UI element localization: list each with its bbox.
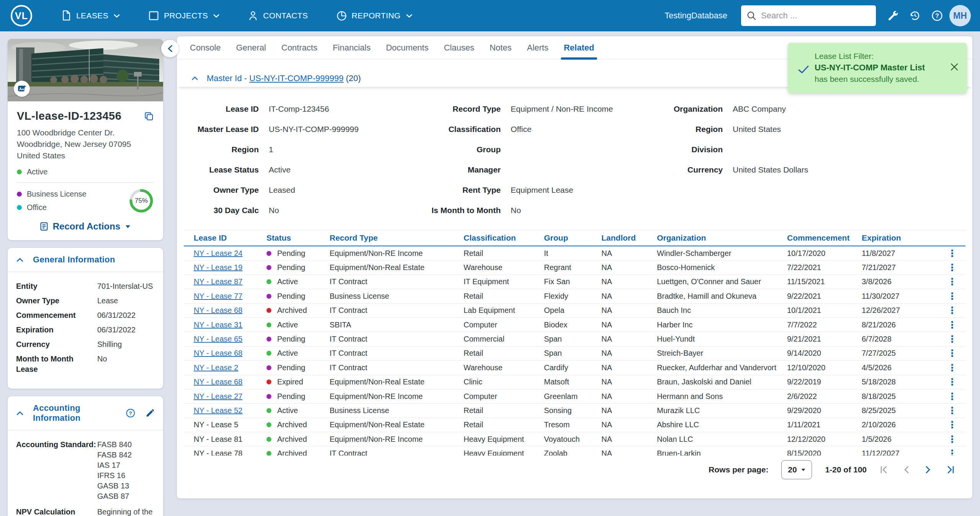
- collapse-chevron-icon[interactable]: [16, 411, 24, 416]
- col-group[interactable]: Group: [544, 233, 601, 243]
- lease-address: 100 Woodbridge Center Dr. Woodbridge, Ne…: [8, 122, 163, 161]
- classification-cell: Retail: [464, 406, 544, 415]
- nav-leases[interactable]: LEASES: [61, 10, 120, 21]
- help-icon[interactable]: ?: [931, 10, 943, 22]
- vl-logo-text: VL: [15, 10, 28, 21]
- commencement-cell: 7/7/2022: [787, 321, 862, 329]
- table-row: NY - Lease 24 Pending Equipment/Non-RE I…: [184, 246, 965, 260]
- row-menu-kebab-icon[interactable]: ⋮: [933, 435, 965, 444]
- col-record-type[interactable]: Record Type: [330, 233, 464, 243]
- lease-id-link[interactable]: NY - Lease 2: [194, 363, 238, 372]
- last-page-button[interactable]: [946, 465, 955, 474]
- general-information-card: General Information Entity701-Interslat-…: [8, 248, 163, 389]
- tab-financials[interactable]: Financials: [333, 36, 371, 59]
- col-classification[interactable]: Classification: [464, 233, 544, 243]
- row-menu-kebab-icon[interactable]: ⋮: [933, 348, 965, 358]
- lease-id-link[interactable]: NY - Lease 77: [194, 292, 243, 300]
- tools-wrench-icon[interactable]: [887, 10, 899, 21]
- tab-alerts[interactable]: Alerts: [527, 36, 548, 59]
- col-commencement[interactable]: Commencement: [787, 233, 862, 243]
- tab-clauses[interactable]: Clauses: [444, 36, 474, 59]
- general-information-title: General Information: [33, 255, 115, 265]
- detail-label: Lease Status: [191, 165, 259, 176]
- landlord-cell: NA: [601, 449, 657, 456]
- nav-reporting[interactable]: REPORTING: [336, 11, 413, 21]
- organization-cell: Hermann and Sons: [657, 392, 787, 401]
- collapse-chevron-icon[interactable]: [16, 257, 24, 262]
- row-menu-kebab-icon[interactable]: ⋮: [933, 277, 965, 286]
- row-menu-kebab-icon[interactable]: ⋮: [933, 449, 965, 456]
- first-page-button[interactable]: [880, 465, 888, 474]
- lease-id-link[interactable]: NY - Lease 19: [194, 263, 243, 272]
- nav-contacts[interactable]: CONTACTS: [248, 10, 308, 21]
- row-menu-kebab-icon[interactable]: ⋮: [933, 306, 965, 315]
- vl-logo[interactable]: VL: [11, 5, 32, 26]
- status-dot: [266, 308, 271, 313]
- group-cell: Sonsing: [544, 406, 601, 415]
- copy-icon[interactable]: [144, 111, 154, 121]
- classification-cell: Lab Equipment: [464, 306, 544, 315]
- help-circle-icon[interactable]: ?: [126, 408, 136, 418]
- row-menu-kebab-icon[interactable]: ⋮: [933, 334, 965, 344]
- detail-label: Rent Type: [416, 186, 501, 196]
- tab-notes[interactable]: Notes: [490, 36, 511, 59]
- record-type-cell: Equipment/Non-RE Income: [330, 435, 464, 444]
- sidebar-collapse-button[interactable]: [161, 40, 179, 57]
- status-label: Expired: [277, 378, 303, 386]
- col-expiration[interactable]: Expiration: [862, 233, 933, 243]
- search-box[interactable]: [741, 5, 876, 26]
- record-type-cell: IT Contract: [330, 306, 464, 315]
- record-actions-button[interactable]: Record Actions: [8, 213, 163, 240]
- col-landlord[interactable]: Landlord: [601, 233, 657, 243]
- col-lease-id[interactable]: Lease ID: [194, 233, 266, 243]
- table-row: NY - Lease 78 Archived IT Contract Heavy…: [184, 446, 965, 456]
- row-menu-kebab-icon[interactable]: ⋮: [933, 363, 965, 373]
- history-icon[interactable]: [909, 10, 921, 22]
- expiration-cell: 1/5/2026: [862, 435, 933, 444]
- collapse-chevron-icon[interactable]: [191, 76, 198, 81]
- lease-id-link[interactable]: NY - Lease 52: [194, 406, 243, 415]
- record-type-cell: SBITA: [330, 321, 464, 329]
- lease-id-link[interactable]: NY - Lease 65: [194, 335, 243, 343]
- row-menu-kebab-icon[interactable]: ⋮: [933, 377, 965, 387]
- previous-page-button[interactable]: [903, 465, 910, 474]
- row-menu-kebab-icon[interactable]: ⋮: [933, 392, 965, 401]
- lease-sidebar: VL-lease-ID-123456 100 Woodbridge Center…: [8, 39, 163, 516]
- tab-contracts[interactable]: Contracts: [281, 36, 317, 59]
- add-image-button[interactable]: [14, 81, 30, 97]
- nav-projects[interactable]: PROJECTS: [149, 11, 220, 21]
- edit-pencil-icon[interactable]: [145, 409, 155, 418]
- detail-label: Lease ID: [191, 104, 259, 115]
- tab-documents[interactable]: Documents: [386, 36, 428, 59]
- next-page-button[interactable]: [925, 465, 931, 474]
- lease-id-link[interactable]: NY - Lease 87: [194, 277, 243, 286]
- lease-id-link[interactable]: NY - Lease 27: [194, 392, 243, 400]
- col-organization[interactable]: Organization: [657, 233, 787, 243]
- row-menu-kebab-icon[interactable]: ⋮: [933, 263, 965, 272]
- lease-id-link[interactable]: NY - Lease 68: [194, 378, 243, 386]
- row-menu-kebab-icon[interactable]: ⋮: [933, 406, 965, 415]
- master-id-link[interactable]: US-NY-IT-COMP-999999: [249, 73, 343, 83]
- record-type-cell: IT Contract: [330, 363, 464, 372]
- lease-id-link[interactable]: NY - Lease 68: [194, 349, 243, 357]
- rows-per-page-select[interactable]: 20: [781, 460, 812, 479]
- toast-line-2: US-NY-IT-COMP Master List: [815, 62, 945, 73]
- status-dot: [17, 169, 22, 174]
- row-menu-kebab-icon[interactable]: ⋮: [933, 249, 965, 258]
- row-menu-kebab-icon[interactable]: ⋮: [933, 320, 965, 330]
- row-menu-kebab-icon[interactable]: ⋮: [933, 291, 965, 301]
- search-input[interactable]: [761, 11, 871, 21]
- tab-related[interactable]: Related: [564, 36, 594, 59]
- lease-id-link[interactable]: NY - Lease 24: [194, 249, 243, 257]
- commencement-cell: 9/22/2021: [787, 292, 862, 301]
- col-status[interactable]: Status: [266, 233, 330, 243]
- user-avatar[interactable]: MH: [949, 5, 971, 26]
- tab-console[interactable]: Console: [190, 36, 221, 59]
- status-dot: [266, 265, 271, 270]
- lease-id-link[interactable]: NY - Lease 31: [194, 321, 243, 329]
- tab-general[interactable]: General: [236, 36, 266, 59]
- lease-id-link[interactable]: NY - Lease 68: [194, 306, 243, 314]
- detail-value: 1: [269, 145, 273, 155]
- row-menu-kebab-icon[interactable]: ⋮: [933, 420, 965, 430]
- close-icon[interactable]: [950, 63, 959, 71]
